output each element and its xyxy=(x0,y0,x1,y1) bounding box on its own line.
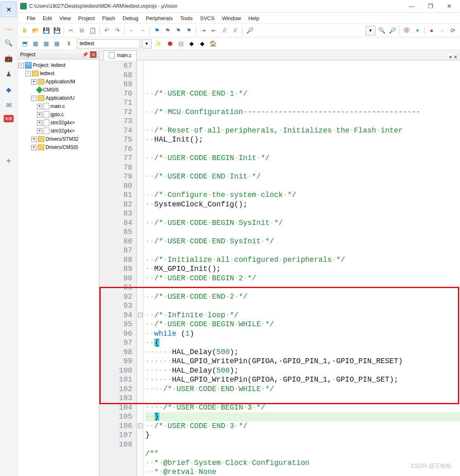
work-area: Project 📌 ✕ −Project: ledtest −ledtest +… xyxy=(18,50,460,476)
manage-icon[interactable]: ⬢ xyxy=(166,39,175,48)
badge-icon[interactable]: 知道 xyxy=(4,115,14,122)
project-tree[interactable]: −Project: ledtest −ledtest +Application/… xyxy=(18,60,99,476)
tab-close-icon[interactable]: ✕ xyxy=(453,54,458,60)
briefcase-icon[interactable]: 💼 xyxy=(3,53,14,64)
bookmark-clear-icon[interactable]: ⚑ xyxy=(184,26,193,35)
help-icon[interactable]: 🏠 xyxy=(208,39,217,48)
menu-project[interactable]: Project xyxy=(78,15,94,21)
refresh-icon[interactable]: ⟳ xyxy=(448,26,458,35)
add-icon[interactable]: ＋ xyxy=(5,155,13,166)
panel-close-icon[interactable]: ✕ xyxy=(90,51,97,58)
menu-tools[interactable]: Tools xyxy=(180,15,193,21)
bookmark-icon[interactable]: ⚑ xyxy=(152,26,161,35)
books-icon[interactable]: ▤ xyxy=(176,39,185,48)
chess-icon[interactable]: ♟ xyxy=(3,68,14,80)
office-icon[interactable]: ◆ xyxy=(3,84,14,95)
project-panel-header: Project 📌 ✕ xyxy=(18,50,99,60)
save-icon[interactable]: 💾 xyxy=(41,26,51,35)
save-all-icon[interactable]: 💾 xyxy=(52,26,61,35)
cut-icon[interactable]: ✂ xyxy=(67,26,76,35)
nav-fwd-icon[interactable]: → xyxy=(138,26,147,35)
app-window: C:\Users\19027\Desktop\ledtest\MDK-ARM\l… xyxy=(18,0,460,476)
find-icon[interactable]: 🔍 xyxy=(377,26,386,35)
paste-icon[interactable]: 📋 xyxy=(88,26,97,35)
title-bar: C:\Users\19027\Desktop\ledtest\MDK-ARM\l… xyxy=(18,0,460,13)
tab-label: main.c xyxy=(117,53,131,58)
target-select[interactable]: ledtest xyxy=(77,39,140,48)
download-icon[interactable]: ⬇ xyxy=(64,39,74,48)
close-button[interactable]: ✕ xyxy=(441,0,458,12)
debug-icon[interactable]: ⓓ xyxy=(402,26,411,35)
rte-icon[interactable]: ◆ xyxy=(198,39,207,48)
menu-view[interactable]: View xyxy=(59,15,71,21)
line-number-gutter: 6768697071727374757677787980818283848586… xyxy=(99,60,137,476)
window-title: C:\Users\19027\Desktop\ledtest\MDK-ARM\l… xyxy=(29,3,401,9)
outdent-icon[interactable]: ⇤ xyxy=(209,26,218,35)
build-toolbar: ⬒ ▦ ▦ ▦ ⬇ ledtest ▾ ✨ ⬢ ▤ ◆ ◆ 🏠 xyxy=(18,37,460,50)
find-next-icon[interactable]: 🔎 xyxy=(388,26,397,35)
debug-dd-icon[interactable]: ▾ xyxy=(413,26,422,35)
menu-svcs[interactable]: SVCS xyxy=(200,15,214,21)
watermark: CSDN @王哈哈 xyxy=(411,462,452,470)
open-icon[interactable]: 📂 xyxy=(31,26,40,35)
new-icon[interactable]: 🗎 xyxy=(20,26,29,35)
comment-icon[interactable]: // xyxy=(220,26,229,35)
standard-toolbar: 🗎 📂 💾 💾 ✂ ⧉ 📋 ↶ ↷ ← → ⚑ ⚑ ⚑ ⚑ ⇥ ⇤ // // … xyxy=(18,24,460,37)
close-panel-button[interactable]: ✕ xyxy=(1,2,16,17)
record-icon[interactable]: ● xyxy=(427,26,436,35)
build-icon[interactable]: ▦ xyxy=(31,39,40,48)
code-editor[interactable]: 6768697071727374757677787980818283848586… xyxy=(99,60,460,476)
stop-record-icon[interactable]: ○ xyxy=(438,26,447,35)
tab-dropdown-icon[interactable]: ▾ xyxy=(449,54,452,60)
translate-icon[interactable]: ⬒ xyxy=(20,39,29,48)
windows-task-strip: ✕ … 🔍 💼 ♟ ◆ ✉ 知道 ＋ xyxy=(0,0,18,476)
project-panel: Project 📌 ✕ −Project: ledtest −ledtest +… xyxy=(18,50,99,476)
find-dropdown[interactable]: ▾ xyxy=(366,26,375,35)
maximize-button[interactable]: ❐ xyxy=(422,0,439,12)
indent-icon[interactable]: ⇥ xyxy=(199,26,208,35)
outlook-icon[interactable]: ✉ xyxy=(3,99,14,111)
minimize-button[interactable]: — xyxy=(403,0,420,12)
project-panel-title: Project xyxy=(20,52,35,57)
menu-file[interactable]: File xyxy=(27,15,35,21)
pin-icon[interactable]: 📌 xyxy=(82,52,88,57)
menu-bar: FileEditViewProjectFlashDebugPeripherals… xyxy=(18,13,460,24)
fold-column[interactable]: −− xyxy=(137,60,144,476)
menu-flash[interactable]: Flash xyxy=(102,15,115,21)
more-icon[interactable]: … xyxy=(3,21,14,33)
menu-debug[interactable]: Debug xyxy=(123,15,138,21)
menu-window[interactable]: Window xyxy=(222,15,241,21)
undo-icon[interactable]: ↶ xyxy=(102,26,111,35)
copy-icon[interactable]: ⧉ xyxy=(77,26,86,35)
app-icon xyxy=(20,3,27,9)
code-body[interactable]: ··/*·USER·CODE·END·1·*/··/*·MCU·Configur… xyxy=(144,60,460,476)
rebuild-icon[interactable]: ▦ xyxy=(41,39,51,48)
target-dropdown[interactable]: ▾ xyxy=(142,39,152,48)
find-files-icon[interactable]: 🔎 xyxy=(245,26,254,35)
batch-build-icon[interactable]: ▦ xyxy=(52,39,61,48)
bookmark-prev-icon[interactable]: ⚑ xyxy=(163,26,172,35)
menu-peripherals[interactable]: Peripherals xyxy=(146,15,173,21)
tab-main-c[interactable]: main.c xyxy=(104,50,137,60)
redo-icon[interactable]: ↷ xyxy=(113,26,122,35)
menu-edit[interactable]: Edit xyxy=(43,15,52,21)
editor-tab-bar: main.c ▾ ✕ xyxy=(99,50,460,60)
editor-area: main.c ▾ ✕ 67686970717273747576777879808… xyxy=(99,50,460,476)
nav-back-icon[interactable]: ← xyxy=(127,26,136,35)
search-icon[interactable]: 🔍 xyxy=(3,37,14,48)
uncomment-icon[interactable]: // xyxy=(231,26,240,35)
file-icon xyxy=(109,52,115,59)
pack-icon[interactable]: ◆ xyxy=(187,39,196,48)
bookmark-next-icon[interactable]: ⚑ xyxy=(174,26,183,35)
options-icon[interactable]: ✨ xyxy=(153,39,162,48)
menu-help[interactable]: Help xyxy=(248,15,260,21)
